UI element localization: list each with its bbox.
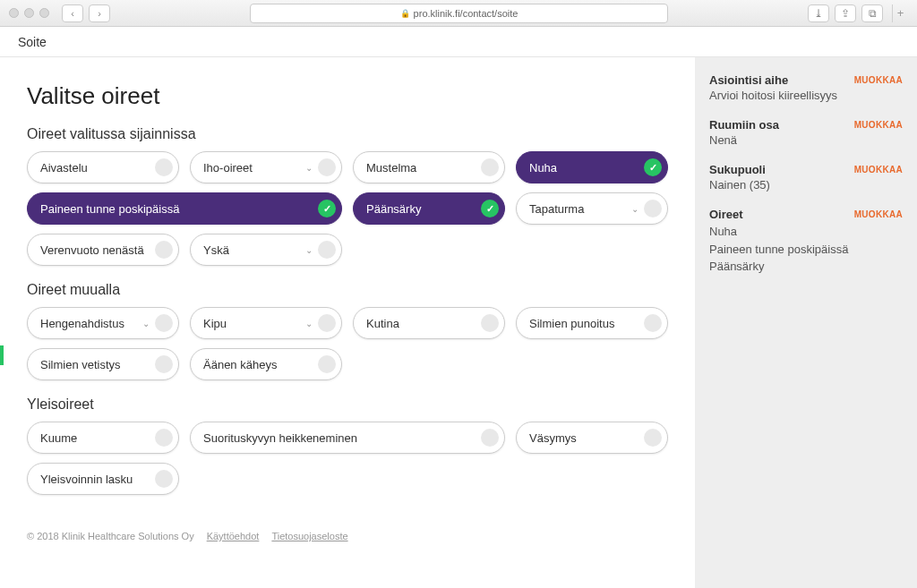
section1-grid: AivasteluIho-oireet⌄MustelmaNuhaPaineen … [27,151,668,266]
sidebar-list-item: Nuha [709,223,903,241]
footer: © 2018 Klinik Healthcare Solutions Oy Kä… [27,531,668,541]
toggle-circle[interactable] [318,158,336,176]
sidebar-group-value: Nenä [709,133,903,147]
pill-label: Aivastelu [40,161,155,175]
symptom-pill[interactable]: Yskä⌄ [190,234,342,266]
download-icon[interactable]: ⤓ [808,4,829,22]
chevron-down-icon: ⌄ [631,204,638,214]
symptom-pill[interactable]: Silmien punoitus [516,307,668,339]
toggle-circle[interactable] [644,200,662,217]
symptom-pill[interactable]: Paineen tunne poskipäissä [27,192,342,225]
toggle-circle[interactable] [644,429,662,447]
sidebar-group-list: NuhaPaineen tunne poskipäissäPäänsärky [709,223,903,276]
share-icon[interactable]: ⇪ [835,4,856,22]
pill-label: Iho-oireet [203,161,305,175]
privacy-link[interactable]: Tietosuojaseloste [271,531,347,541]
toggle-circle[interactable] [644,314,662,332]
terms-link[interactable]: Käyttöehdot [207,531,260,541]
toggle-circle[interactable] [155,470,173,488]
symptom-pill[interactable]: Kutina [353,307,505,339]
toggle-circle[interactable] [318,314,336,332]
chevron-down-icon: ⌄ [305,245,313,255]
symptom-pill[interactable]: Väsymys [516,422,668,454]
sidebar-group: OireetMUOKKAANuhaPaineen tunne poskipäis… [709,208,903,276]
chrome-right: ⤓ ⇪ ⧉ [808,4,883,22]
toggle-circle[interactable] [481,158,499,176]
url-text: pro.klinik.fi/contact/soite [414,8,518,19]
sidebar-list-item: Paineen tunne poskipäissä [709,241,903,259]
toggle-circle[interactable] [318,355,336,373]
sidebar-group-value: Nainen (35) [709,178,903,192]
symptom-pill[interactable]: Yleisvoinnin lasku [27,463,179,495]
sidebar-group: SukupuoliMUOKKAANainen (35) [709,163,903,192]
pill-label: Paineen tunne poskipäissä [40,202,318,216]
pill-label: Hengenahdistus [40,317,142,330]
edit-button[interactable]: MUOKKAA [854,75,903,85]
chevron-down-icon: ⌄ [305,319,313,328]
section3-heading: Yleisoireet [27,396,668,413]
main-content: Valitse oireet Oireet valitussa sijainni… [0,57,695,588]
symptom-pill[interactable]: Äänen käheys [190,348,342,380]
symptom-pill[interactable]: Iho-oireet⌄ [190,151,342,183]
app-body: Valitse oireet Oireet valitussa sijainni… [0,57,917,588]
browser-chrome: ‹ › 🔒 pro.klinik.fi/contact/soite ⤓ ⇪ ⧉ … [0,0,917,27]
check-icon[interactable] [318,200,336,217]
back-button[interactable]: ‹ [62,4,83,22]
page-title: Valitse oireet [27,82,668,110]
toggle-circle[interactable] [481,314,499,332]
pill-label: Kipu [203,317,305,330]
app-header: Soite [0,27,917,57]
traffic-lights [9,8,49,18]
pill-label: Päänsärky [366,202,481,216]
pill-label: Verenvuoto nenästä [40,243,155,257]
symptom-pill[interactable]: Päänsärky [353,192,505,225]
symptom-pill[interactable]: Hengenahdistus⌄ [27,307,179,339]
symptom-pill[interactable]: Kipu⌄ [190,307,342,339]
close-window-icon[interactable] [9,8,19,18]
symptom-pill[interactable]: Kuume [27,422,179,454]
toggle-circle[interactable] [155,158,173,176]
symptom-pill[interactable]: Mustelma [353,151,505,183]
url-bar[interactable]: 🔒 pro.klinik.fi/contact/soite [250,4,668,23]
sidebar-group: Asiointisi aiheMUOKKAAArvioi hoitosi kii… [709,73,903,102]
check-icon[interactable] [644,158,662,176]
tabs-icon[interactable]: ⧉ [861,4,883,22]
sidebar-group-value: Arvioi hoitosi kiireellisyys [709,89,903,102]
chevron-down-icon: ⌄ [142,319,150,328]
section2-grid: Hengenahdistus⌄Kipu⌄KutinaSilmien punoit… [27,307,668,380]
sidebar: Asiointisi aiheMUOKKAAArvioi hoitosi kii… [695,57,917,588]
pill-label: Väsymys [529,431,644,445]
pill-label: Yleisvoinnin lasku [40,473,155,486]
check-icon[interactable] [481,200,499,217]
maximize-window-icon[interactable] [39,8,49,18]
edit-button[interactable]: MUOKKAA [854,209,903,219]
pill-label: Kutina [366,317,481,330]
pill-label: Silmien punoitus [529,317,644,330]
copyright: © 2018 Klinik Healthcare Solutions Oy [27,531,194,541]
sidebar-list-item: Päänsärky [709,258,903,276]
pill-label: Suorituskyvyn heikkeneminen [203,431,481,445]
symptom-pill[interactable]: Suorituskyvyn heikkeneminen [190,422,505,454]
chevron-down-icon: ⌄ [305,163,313,173]
edit-button[interactable]: MUOKKAA [854,120,903,130]
progress-indicator [0,345,4,365]
toggle-circle[interactable] [155,429,173,447]
symptom-pill[interactable]: Verenvuoto nenästä [27,234,179,266]
pill-label: Silmien vetistys [40,358,155,371]
symptom-pill[interactable]: Aivastelu [27,151,179,183]
symptom-pill[interactable]: Nuha [516,151,668,183]
pill-label: Kuume [40,431,155,445]
pill-label: Äänen käheys [203,358,318,371]
toggle-circle[interactable] [481,429,499,447]
toggle-circle[interactable] [318,241,336,259]
symptom-pill[interactable]: Silmien vetistys [27,348,179,380]
edit-button[interactable]: MUOKKAA [854,165,903,175]
pill-label: Nuha [529,161,644,175]
toggle-circle[interactable] [155,314,173,332]
new-tab-button[interactable]: + [892,4,908,22]
minimize-window-icon[interactable] [24,8,34,18]
toggle-circle[interactable] [155,241,173,259]
symptom-pill[interactable]: Tapaturma⌄ [516,192,668,225]
toggle-circle[interactable] [155,355,173,373]
forward-button[interactable]: › [89,4,110,22]
